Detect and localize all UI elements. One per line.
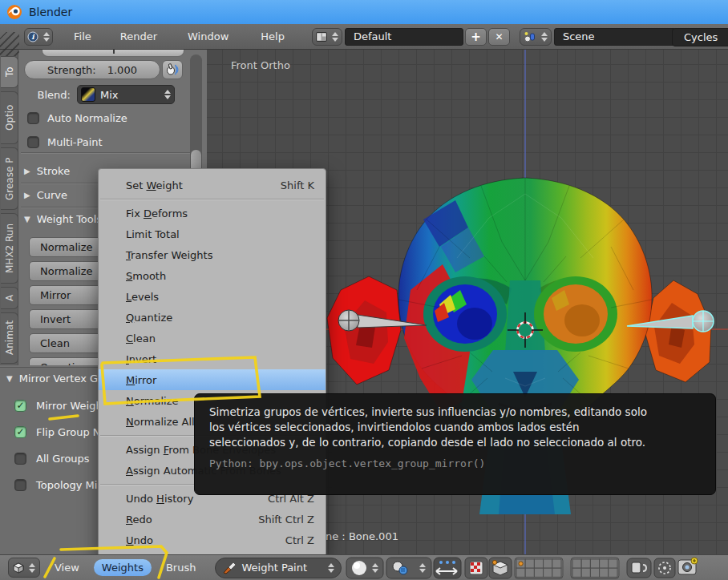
checkbox[interactable] (27, 112, 39, 124)
checkbox[interactable] (14, 479, 26, 491)
layer-cell[interactable] (544, 559, 552, 568)
layer-cell[interactable] (552, 568, 561, 577)
layer-cell[interactable] (591, 568, 600, 577)
checkbox[interactable] (14, 453, 26, 465)
clipped-slider[interactable] (42, 50, 184, 57)
pressure-sensitivity-button[interactable] (162, 60, 183, 79)
layers-grid-2[interactable] (571, 558, 619, 578)
strength-slider[interactable]: Strength: 1.000 (24, 60, 160, 79)
layer-cell[interactable] (572, 568, 581, 577)
chevron-updown-icon (541, 32, 548, 42)
menu-window[interactable]: Window (184, 30, 232, 42)
menu-item-fix-deforms[interactable]: Fix Deforms (99, 203, 326, 224)
shelf-tab-to[interactable]: To (1, 56, 18, 88)
manipulator-icon (439, 561, 443, 564)
menu-item-transfer-weights[interactable]: Transfer Weights (99, 244, 326, 265)
menu-item-undo[interactable]: UndoCtrl Z (99, 530, 326, 550)
proportional-edit-button[interactable] (654, 558, 675, 578)
layer-cell[interactable] (600, 568, 609, 577)
left-ear (327, 276, 401, 385)
layer-cell[interactable] (526, 568, 535, 577)
checkbox[interactable] (27, 136, 39, 148)
layer-cell[interactable] (535, 568, 544, 577)
scene-name-field[interactable]: Scene (554, 28, 676, 46)
lock-icon (632, 562, 641, 573)
layers-grid[interactable] (515, 558, 563, 578)
snap-button[interactable] (465, 558, 487, 578)
pivot-point-dropdown[interactable] (386, 558, 431, 578)
layer-cell[interactable] (609, 568, 617, 577)
blender-logo-icon (6, 4, 22, 20)
menu-item-clean[interactable]: Clean (99, 328, 326, 348)
viewport-shading-dropdown[interactable] (346, 558, 383, 578)
editor-type-selector[interactable]: i (24, 28, 53, 46)
shelf-tab-mhx2-run[interactable]: MHX2 Run (1, 213, 18, 284)
window-title: Blender (29, 6, 72, 18)
layer-cell[interactable] (552, 559, 561, 568)
layer-cell[interactable] (526, 559, 535, 568)
shelf-tab-animat[interactable]: Animat (1, 312, 18, 364)
menu-shortcut: Shift K (281, 179, 314, 191)
layer-cell[interactable] (600, 559, 609, 568)
layer-cell[interactable] (582, 559, 591, 568)
menu-item-limit-total[interactable]: Limit Total (99, 224, 326, 244)
3d-cursor (508, 312, 543, 348)
active-layer-dot (519, 562, 523, 566)
layer-cell[interactable] (591, 559, 600, 568)
layer-cell[interactable] (572, 559, 581, 568)
footer-menus: ViewWeightsBrush (40, 559, 204, 576)
footer-menu-view[interactable]: View (47, 559, 87, 576)
menu-item-mirror[interactable]: Mirror (99, 369, 326, 390)
option-multi-paint[interactable]: Multi-Paint (27, 133, 204, 151)
menu-item-invert[interactable]: Invert (99, 348, 326, 369)
triangle-down-icon[interactable]: ▼ (6, 374, 13, 383)
menu-item-quantize[interactable]: Quantize (99, 307, 326, 328)
layer-cell[interactable] (535, 559, 544, 568)
menu-item-levels[interactable]: Levels (99, 286, 326, 307)
stylus-pressure-icon (165, 62, 180, 77)
option-auto-normalize[interactable]: Auto Normalize (27, 109, 204, 127)
manipulator-toggle[interactable] (434, 558, 461, 578)
footer-menu-weights[interactable]: Weights (94, 559, 152, 576)
chevron-updown-icon (43, 32, 50, 42)
menu-item-redo[interactable]: RedoShift Ctrl Z (99, 509, 326, 530)
strength-value: 1.000 (107, 64, 137, 76)
menu-item-set-weight[interactable]: Set WeightShift K (99, 175, 326, 195)
render-engine-dropdown[interactable]: Cycles (672, 28, 728, 46)
screenshot-camera-button[interactable] (678, 558, 698, 574)
chevron-updown-icon (332, 32, 338, 42)
layer-cell[interactable] (544, 568, 552, 577)
snap-element-button[interactable] (489, 558, 512, 578)
menu-render[interactable]: Render (117, 30, 160, 42)
close-layout-button[interactable]: ✕ (488, 28, 510, 46)
screen-layout-name-field[interactable]: Default (345, 28, 463, 46)
checkbox[interactable]: ✓ (14, 400, 26, 412)
right-eye (534, 276, 617, 352)
titlebar[interactable]: Blender (0, 0, 728, 24)
checkbox[interactable]: ✓ (14, 426, 26, 438)
menu-item-smooth[interactable]: Smooth (99, 265, 326, 286)
strength-label: Strength: (47, 64, 96, 76)
viewport-header-icons[interactable] (345, 556, 706, 580)
option-label: All Groups (36, 453, 90, 465)
option-label: Auto Normalize (47, 112, 127, 124)
triangle-right-icon: ▶ (24, 167, 30, 175)
shelf-tab-optio[interactable]: Optio (1, 91, 18, 144)
add-layout-button[interactable]: + (465, 28, 487, 46)
screen-layout-selector[interactable] (312, 28, 342, 46)
footer-menu-brush[interactable]: Brush (158, 559, 204, 576)
layer-cell[interactable] (609, 559, 617, 568)
menu-help[interactable]: Help (257, 30, 288, 42)
editor-type-button[interactable] (8, 558, 40, 578)
mode-dropdown[interactable]: Weight Paint (215, 558, 342, 578)
shelf-tab-grease-p[interactable]: Grease P (1, 147, 18, 210)
blend-mode-dropdown[interactable]: Mix (77, 85, 175, 104)
layer-cell[interactable] (516, 568, 525, 577)
shelf-tab-a[interactable]: A (1, 287, 18, 309)
menu-file[interactable]: File (71, 30, 95, 42)
info-header: i File Render Window Help Default + ✕ (0, 24, 728, 50)
scene-selector[interactable] (520, 28, 552, 46)
layer-cell[interactable] (582, 568, 591, 577)
lock-button[interactable] (627, 558, 651, 578)
area-corner-grip[interactable] (0, 32, 19, 56)
